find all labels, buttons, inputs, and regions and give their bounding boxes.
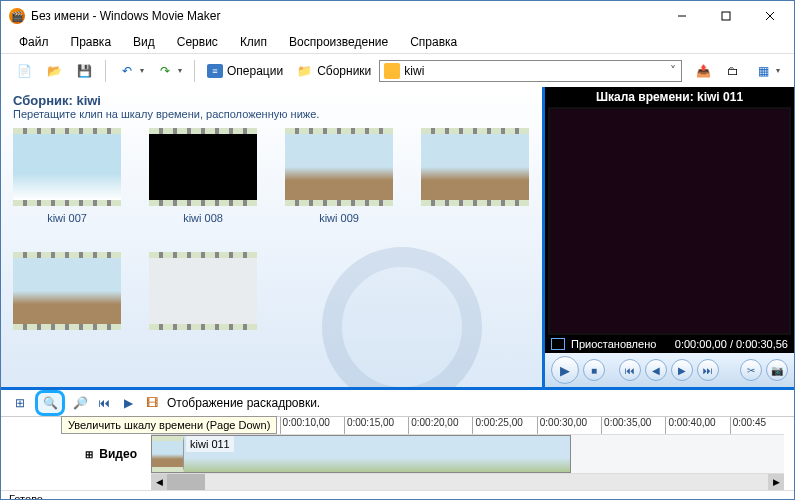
- main-area: Сборник: kiwi Перетащите клип на шкалу в…: [1, 87, 794, 387]
- ruler-tick: 0:00:25,00: [472, 417, 536, 434]
- grid-icon: ▦: [754, 62, 772, 80]
- menu-bar: Файл Правка Вид Сервис Клип Воспроизведе…: [1, 31, 794, 53]
- monitor-icon: [551, 338, 565, 350]
- stop-button[interactable]: ■: [583, 359, 605, 381]
- toolbar: 📄 📂 💾 ↶▾ ↷▾ ≡Операции 📁Сборники kiwi ˅ 📤…: [1, 53, 794, 87]
- clip-thumbnail[interactable]: [421, 128, 529, 224]
- collection-subtitle: Перетащите клип на шкалу времени, распол…: [13, 108, 530, 120]
- preview-title: Шкала времени: kiwi 011: [545, 87, 794, 107]
- zoom-in-icon: 🔍: [41, 394, 59, 412]
- zoom-out-button[interactable]: 🔎: [71, 394, 89, 412]
- clip-thumbnail[interactable]: kiwi 009: [285, 128, 393, 224]
- thumbnail-label: kiwi 008: [149, 212, 257, 224]
- timeline-config-button[interactable]: ⊞: [11, 394, 29, 412]
- preview-screen: [548, 107, 791, 335]
- collection-combo-value: kiwi: [404, 64, 665, 78]
- thumbnail-image: [285, 128, 393, 206]
- timeline-play-button[interactable]: ▶: [119, 394, 137, 412]
- redo-button[interactable]: ↷▾: [152, 58, 186, 84]
- collections-label: Сборники: [317, 64, 371, 78]
- scroll-track[interactable]: [167, 474, 768, 490]
- next-button[interactable]: ⏭: [697, 359, 719, 381]
- timeline-scrollbar[interactable]: ◀ ▶: [151, 474, 784, 490]
- storyboard-icon: 🎞: [143, 394, 161, 412]
- ruler-tick: 0:00:15,00: [344, 417, 408, 434]
- view-mode-button[interactable]: ▦▾: [750, 58, 784, 84]
- redo-icon: ↷: [156, 62, 174, 80]
- collections-button[interactable]: 📁Сборники: [291, 58, 375, 84]
- import-button[interactable]: 📤: [690, 58, 716, 84]
- thumbnail-image: [421, 128, 529, 206]
- menu-clip[interactable]: Клип: [230, 33, 277, 51]
- import-icon: 📤: [694, 62, 712, 80]
- track-content[interactable]: kiwi 011: [151, 434, 784, 474]
- ruler-tick: 0:00:40,00: [665, 417, 729, 434]
- clip-thumbnail[interactable]: [13, 252, 121, 330]
- timeline-mode-label[interactable]: Отображение раскадровки.: [167, 396, 320, 410]
- ruler-tick: 0:00:30,00: [537, 417, 601, 434]
- undo-button[interactable]: ↶▾: [114, 58, 148, 84]
- snapshot-button[interactable]: 📷: [766, 359, 788, 381]
- folder-icon: [384, 63, 400, 79]
- menu-play[interactable]: Воспроизведение: [279, 33, 398, 51]
- zoom-in-button[interactable]: 🔍: [35, 390, 65, 416]
- separator: [105, 60, 106, 82]
- operations-label: Операции: [227, 64, 283, 78]
- operations-icon: ≡: [207, 64, 223, 78]
- preview-controls: ▶ ■ ⏮ ◀ ▶ ⏭ ✂ 📷: [545, 353, 794, 387]
- timeline-prev-button[interactable]: ⏮: [95, 394, 113, 412]
- clip-thumbnail[interactable]: kiwi 007: [13, 128, 121, 224]
- timeline-clip[interactable]: kiwi 011: [151, 435, 571, 473]
- app-icon: 🎬: [9, 8, 25, 24]
- open-icon: 📂: [45, 62, 63, 80]
- preview-pane: Шкала времени: kiwi 011 Приостановлено 0…: [542, 87, 794, 387]
- operations-button[interactable]: ≡Операции: [203, 58, 287, 84]
- preview-status-bar: Приостановлено 0:00:00,00 / 0:00:30,56: [545, 335, 794, 353]
- properties-button[interactable]: 🗀: [720, 58, 746, 84]
- step-back-button[interactable]: ◀: [645, 359, 667, 381]
- save-button[interactable]: 💾: [71, 58, 97, 84]
- new-icon: 📄: [15, 62, 33, 80]
- timeline-toolbar: ⊞ 🔍 🔎 ⏮ ▶ 🎞 Отображение раскадровки.: [1, 390, 794, 416]
- menu-help[interactable]: Справка: [400, 33, 467, 51]
- collection-combo[interactable]: kiwi ˅: [379, 60, 682, 82]
- clip-thumbnail[interactable]: [149, 252, 257, 330]
- chevron-down-icon: ˅: [665, 64, 681, 78]
- minimize-button[interactable]: [660, 2, 704, 30]
- open-button[interactable]: 📂: [41, 58, 67, 84]
- menu-view[interactable]: Вид: [123, 33, 165, 51]
- menu-edit[interactable]: Правка: [61, 33, 122, 51]
- ruler-tick: 0:00:35,00: [601, 417, 665, 434]
- collections-icon: 📁: [295, 62, 313, 80]
- separator: [194, 60, 195, 82]
- preview-time: 0:00:00,00 / 0:00:30,56: [675, 338, 788, 350]
- thumbnail-label: kiwi 007: [13, 212, 121, 224]
- tooltip: Увеличить шкалу времени (Page Down): [61, 416, 277, 434]
- preview-state: Приостановлено: [571, 338, 669, 350]
- scroll-left-button[interactable]: ◀: [151, 474, 167, 490]
- svg-rect-1: [722, 12, 730, 20]
- undo-icon: ↶: [118, 62, 136, 80]
- save-icon: 💾: [75, 62, 93, 80]
- split-button[interactable]: ✂: [740, 359, 762, 381]
- menu-service[interactable]: Сервис: [167, 33, 228, 51]
- thumbnail-image: [149, 252, 257, 330]
- status-text: Готово: [9, 493, 43, 500]
- play-button[interactable]: ▶: [551, 356, 579, 384]
- collection-pane: Сборник: kiwi Перетащите клип на шкалу в…: [1, 87, 542, 387]
- step-fwd-button[interactable]: ▶: [671, 359, 693, 381]
- ruler-tick: 0:00:20,00: [408, 417, 472, 434]
- prev-button[interactable]: ⏮: [619, 359, 641, 381]
- thumbnail-image: [149, 128, 257, 206]
- maximize-button[interactable]: [704, 2, 748, 30]
- thumbnail-label: kiwi 009: [285, 212, 393, 224]
- menu-file[interactable]: Файл: [9, 33, 59, 51]
- ruler-tick: 0:00:45: [730, 417, 794, 434]
- new-button[interactable]: 📄: [11, 58, 37, 84]
- video-track: ⊞Видео kiwi 011: [1, 434, 794, 474]
- close-button[interactable]: [748, 2, 792, 30]
- scroll-thumb[interactable]: [167, 474, 205, 490]
- scroll-right-button[interactable]: ▶: [768, 474, 784, 490]
- status-bar: Готово: [1, 490, 794, 500]
- clip-thumbnail[interactable]: kiwi 008: [149, 128, 257, 224]
